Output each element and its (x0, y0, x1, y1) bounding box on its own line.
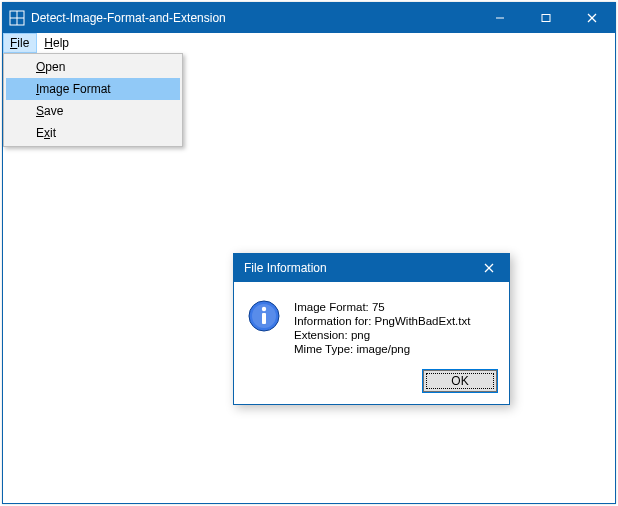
titlebar[interactable]: Detect-Image-Format-and-Extension (3, 3, 615, 33)
menubar: File Help (3, 33, 615, 53)
dialog-line-1: Image Format: 75 (294, 300, 470, 314)
dialog-title: File Information (244, 261, 327, 275)
menu-file[interactable]: File (3, 33, 37, 53)
close-button[interactable] (569, 3, 615, 33)
menu-item-save[interactable]: Save (6, 100, 180, 122)
menu-file-rest: ile (17, 36, 29, 50)
app-icon (9, 10, 25, 26)
menu-help[interactable]: Help (37, 33, 77, 53)
dialog-close-button[interactable] (469, 254, 509, 282)
menu-item-exit[interactable]: Exit (6, 122, 180, 144)
main-window: Detect-Image-Format-and-Extension File H… (2, 2, 616, 504)
file-dropdown: Open Image Format Save Exit (3, 53, 183, 147)
svg-rect-12 (262, 313, 266, 324)
menu-item-open[interactable]: Open (6, 56, 180, 78)
menu-help-mnemonic: H (44, 36, 53, 50)
svg-rect-4 (542, 15, 550, 22)
maximize-button[interactable] (523, 3, 569, 33)
dialog-message: Image Format: 75 Information for: PngWit… (294, 300, 470, 356)
minimize-button[interactable] (477, 3, 523, 33)
dialog-titlebar[interactable]: File Information (234, 254, 509, 282)
window-title: Detect-Image-Format-and-Extension (31, 11, 226, 25)
ok-button[interactable]: OK (423, 370, 497, 392)
dialog-line-4: Mime Type: image/png (294, 342, 470, 356)
information-icon (248, 300, 280, 332)
menu-help-rest: elp (53, 36, 69, 50)
window-controls (477, 3, 615, 33)
file-information-dialog: File Information (233, 253, 510, 405)
client-area: Open Image Format Save Exit File Informa… (3, 53, 615, 503)
svg-point-11 (262, 307, 266, 311)
dialog-line-3: Extension: png (294, 328, 470, 342)
menu-item-image-format[interactable]: Image Format (6, 78, 180, 100)
dialog-line-2: Information for: PngWithBadExt.txt (294, 314, 470, 328)
